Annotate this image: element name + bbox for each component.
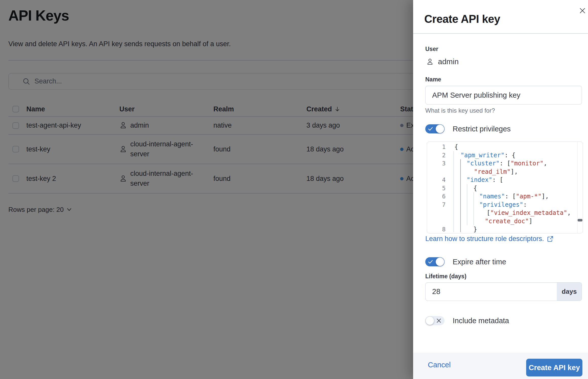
- toggle-knob: [426, 316, 434, 325]
- toggle-knob: [436, 257, 444, 266]
- expire-after-time-toggle[interactable]: [425, 257, 445, 266]
- editor-code-line: "apm_writer": {: [454, 151, 577, 160]
- close-button[interactable]: [577, 6, 587, 16]
- restrict-privileges-row: Restrict privileges: [425, 124, 511, 133]
- editor-code-line: {: [454, 143, 577, 151]
- flyout-title: Create API key: [424, 13, 500, 25]
- editor-scrollbar-thumb[interactable]: [578, 219, 582, 221]
- user-label: User: [425, 46, 438, 53]
- cancel-button[interactable]: Cancel: [428, 361, 451, 369]
- editor-lines: {"apm_writer": {"cluster": ["monitor","r…: [454, 143, 577, 233]
- editor-line-number: 3: [427, 159, 446, 168]
- editor-line-number: [427, 168, 446, 176]
- toggle-knob: [436, 125, 444, 133]
- include-metadata-row: Include metadata: [425, 316, 509, 325]
- expire-after-time-row: Expire after time: [425, 257, 506, 266]
- name-label: Name: [425, 76, 441, 83]
- include-metadata-label: Include metadata: [453, 317, 509, 325]
- editor-line-number: 4: [427, 176, 446, 184]
- create-api-key-button[interactable]: Create API key: [526, 359, 582, 376]
- check-icon: [428, 260, 433, 264]
- include-metadata-toggle[interactable]: [425, 316, 445, 325]
- editor-line-number: 7: [427, 201, 446, 209]
- editor-line-number: 6: [427, 192, 446, 201]
- user-value: admin: [438, 57, 459, 66]
- editor-code-line: "names": ["apm-*"],: [454, 192, 577, 201]
- restrict-privileges-toggle[interactable]: [425, 124, 445, 133]
- editor-line-number: 5: [427, 184, 446, 193]
- lifetime-label: Lifetime (days): [425, 273, 466, 280]
- editor-code-line: "index": [: [454, 176, 577, 184]
- indent-guide: [453, 151, 454, 232]
- user-value-row: admin: [426, 57, 459, 66]
- close-icon: [577, 6, 587, 16]
- role-descriptors-editor[interactable]: 12345678 {"apm_writer": {"cluster": ["mo…: [427, 142, 583, 233]
- user-icon: [426, 58, 434, 65]
- editor-line-number: [427, 217, 446, 226]
- learn-role-descriptors-link[interactable]: Learn how to structure role descriptors.: [425, 235, 554, 243]
- toggle-x-icon: [436, 318, 441, 323]
- editor-code-line: ["view_index_metadata",: [454, 209, 577, 217]
- editor-gutter: 12345678: [427, 143, 446, 233]
- editor-code-line: "read_ilm"],: [454, 168, 577, 176]
- editor-line-number: 1: [427, 143, 446, 151]
- create-api-key-flyout: Create API key User admin Name What is t…: [413, 0, 588, 379]
- editor-code-line: "create_doc"]: [454, 217, 577, 226]
- external-link-icon: [547, 236, 554, 242]
- name-help-text: What is this key used for?: [425, 107, 495, 114]
- editor-code-line: }: [454, 225, 577, 233]
- expire-after-time-label: Expire after time: [453, 258, 506, 266]
- lifetime-unit-append: days: [557, 283, 582, 301]
- editor-code-line: "privileges":: [454, 201, 577, 209]
- lifetime-input[interactable]: [426, 283, 557, 301]
- editor-line-number: 8: [427, 225, 446, 233]
- flyout-header-divider: [413, 33, 588, 34]
- lifetime-field: days: [425, 282, 582, 301]
- editor-code-line: "cluster": ["monitor",: [454, 159, 577, 168]
- editor-line-number: 2: [427, 151, 446, 160]
- check-icon: [428, 127, 433, 131]
- name-input[interactable]: [425, 86, 582, 105]
- flyout-footer: Cancel Create API key: [413, 353, 588, 379]
- restrict-privileges-label: Restrict privileges: [453, 125, 511, 133]
- editor-code-line: {: [454, 184, 577, 193]
- editor-line-number: [427, 209, 446, 217]
